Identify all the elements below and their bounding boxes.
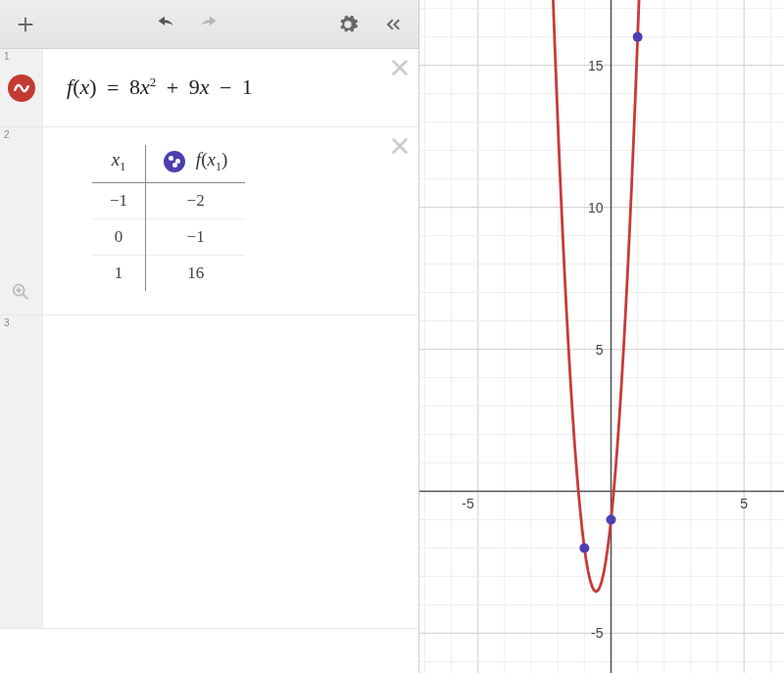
svg-text:15: 15 (588, 58, 604, 73)
chevron-double-left-icon (382, 14, 404, 35)
table-cell-fx[interactable]: −1 (146, 218, 246, 255)
redo-icon (199, 14, 220, 35)
row-gutter: 2 (0, 127, 43, 314)
plus-icon (15, 14, 36, 35)
delete-row-button[interactable] (389, 57, 411, 82)
svg-point-50 (579, 543, 589, 553)
expression-panel: 1 f(x) = 8x2 + 9x − 1 (0, 0, 419, 673)
series-color-icon[interactable] (164, 151, 185, 172)
close-icon (389, 57, 411, 78)
svg-text:-5: -5 (462, 496, 474, 511)
value-table[interactable]: x1 f(x1) −1 −2 (92, 145, 245, 291)
expression-row-3[interactable]: 3 (0, 315, 418, 629)
table-row[interactable]: 0 −1 (92, 218, 245, 255)
svg-line-1 (24, 295, 28, 300)
table-cell-x[interactable]: 1 (92, 255, 146, 291)
function-icon[interactable] (8, 74, 35, 102)
row-gutter: 3 (0, 315, 43, 628)
graph-viewport[interactable]: -5551015-5 (419, 0, 784, 673)
table-cell-fx[interactable]: −2 (146, 182, 246, 218)
close-icon (389, 135, 411, 157)
table-row[interactable]: −1 −2 (92, 182, 245, 218)
undo-button[interactable] (145, 7, 184, 42)
zoom-fit-button[interactable] (10, 281, 31, 307)
svg-point-51 (607, 514, 616, 524)
svg-text:10: 10 (588, 200, 604, 216)
toolbar (0, 0, 418, 49)
undo-icon (154, 14, 175, 35)
svg-text:5: 5 (740, 496, 748, 511)
row-index: 1 (4, 51, 10, 62)
svg-text:5: 5 (596, 342, 604, 358)
table-header-fx[interactable]: f(x1) (146, 145, 246, 182)
redo-button[interactable] (190, 7, 229, 42)
table-header-x[interactable]: x1 (92, 145, 146, 182)
settings-button[interactable] (328, 7, 368, 42)
gear-icon (337, 14, 359, 35)
expression-row-1[interactable]: 1 f(x) = 8x2 + 9x − 1 (0, 49, 418, 127)
row-index: 2 (4, 129, 10, 140)
table-row[interactable]: 1 16 (92, 255, 245, 291)
svg-point-52 (633, 32, 643, 42)
row-gutter: 1 (0, 49, 43, 126)
expression-row-2[interactable]: 2 x1 (0, 127, 418, 315)
table-cell-x[interactable]: −1 (92, 182, 146, 218)
add-button[interactable] (6, 7, 45, 42)
delete-row-button[interactable] (389, 135, 411, 161)
formula-display[interactable]: f(x) = 8x2 + 9x − 1 (67, 74, 253, 100)
zoom-icon (10, 281, 31, 303)
table-cell-fx[interactable]: 16 (146, 255, 246, 291)
collapse-button[interactable] (373, 7, 413, 42)
table-cell-x[interactable]: 0 (92, 218, 146, 255)
svg-text:-5: -5 (591, 625, 604, 641)
row-index: 3 (4, 317, 10, 328)
